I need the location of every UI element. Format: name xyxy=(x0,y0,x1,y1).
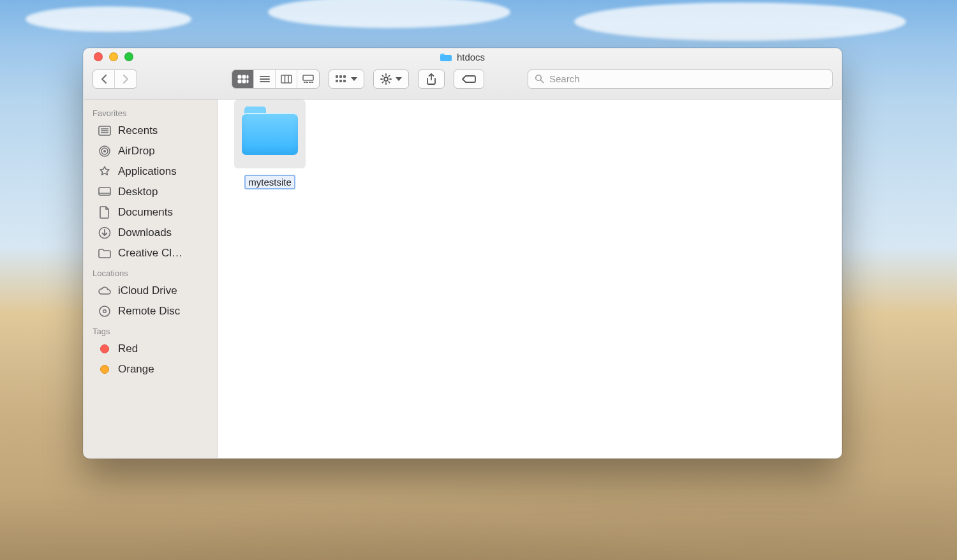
applications-icon xyxy=(98,165,112,179)
svg-point-38 xyxy=(103,150,106,152)
titlebar: htdocs xyxy=(84,48,842,99)
sidebar-item-remote-disc[interactable]: Remote Disc xyxy=(84,301,217,321)
file-item[interactable]: mytestsite xyxy=(234,99,306,189)
svg-line-31 xyxy=(382,82,383,82)
svg-rect-12 xyxy=(303,75,313,80)
svg-rect-41 xyxy=(99,188,110,195)
sidebar: Favorites Recents AirDrop Applications D… xyxy=(84,99,218,458)
folder-icon xyxy=(440,52,452,61)
desktop-icon xyxy=(98,185,112,199)
sidebar-item-label: Red xyxy=(118,343,138,355)
svg-rect-18 xyxy=(339,75,342,78)
sidebar-item-label: iCloud Drive xyxy=(118,284,177,297)
file-name-edit[interactable]: mytestsite xyxy=(244,175,295,189)
downloads-icon xyxy=(98,226,112,240)
svg-rect-20 xyxy=(336,80,338,82)
back-button[interactable] xyxy=(93,70,115,88)
list-view-button[interactable] xyxy=(254,70,276,88)
sidebar-item-label: Recents xyxy=(118,124,158,137)
file-area[interactable]: mytestsite xyxy=(218,99,842,458)
edit-tags-button[interactable] xyxy=(454,70,484,89)
search-field[interactable] xyxy=(528,70,833,89)
group-by-button[interactable] xyxy=(329,70,364,89)
section-header-favorites: Favorites xyxy=(84,103,217,121)
finder-window: htdocs xyxy=(83,48,842,459)
gallery-view-button[interactable] xyxy=(297,70,319,88)
svg-line-30 xyxy=(389,75,389,76)
svg-rect-21 xyxy=(339,80,342,82)
grid-icon xyxy=(336,75,347,84)
svg-rect-22 xyxy=(343,80,346,82)
svg-rect-14 xyxy=(306,82,308,83)
action-menu-button[interactable] xyxy=(373,70,409,89)
section-header-locations: Locations xyxy=(84,263,217,281)
share-icon xyxy=(426,73,436,85)
svg-rect-1 xyxy=(242,75,246,78)
svg-rect-4 xyxy=(242,80,246,83)
sidebar-item-creative-cloud[interactable]: Creative Cl… xyxy=(84,243,217,263)
sidebar-item-documents[interactable]: Documents xyxy=(84,202,217,223)
svg-rect-0 xyxy=(238,75,241,78)
sidebar-item-label: Remote Disc xyxy=(118,305,180,318)
window-controls xyxy=(84,52,133,61)
column-view-button[interactable] xyxy=(276,70,297,88)
sidebar-tag-orange[interactable]: Orange xyxy=(84,359,217,379)
documents-icon xyxy=(98,205,112,219)
sidebar-item-label: Desktop xyxy=(118,186,158,198)
sidebar-item-applications[interactable]: Applications xyxy=(84,161,217,182)
sidebar-item-recents[interactable]: Recents xyxy=(84,121,217,141)
tag-dot-red-icon xyxy=(98,342,112,356)
nav-back-forward xyxy=(93,70,137,89)
sidebar-item-icloud-drive[interactable]: iCloud Drive xyxy=(84,281,217,301)
svg-line-33 xyxy=(541,80,544,83)
section-header-tags: Tags xyxy=(84,321,217,339)
svg-rect-17 xyxy=(336,75,338,78)
folder-icon xyxy=(234,99,306,168)
svg-rect-9 xyxy=(281,75,292,83)
sidebar-item-label: Documents xyxy=(118,206,173,219)
svg-rect-13 xyxy=(304,82,306,83)
svg-rect-5 xyxy=(247,80,248,83)
folder-icon xyxy=(98,246,112,260)
sidebar-tag-red[interactable]: Red xyxy=(84,339,217,359)
close-window-button[interactable] xyxy=(94,52,103,61)
sidebar-item-label: Applications xyxy=(118,165,177,178)
svg-rect-16 xyxy=(311,82,313,83)
svg-line-29 xyxy=(389,82,389,82)
sidebar-item-label: Downloads xyxy=(118,226,172,239)
share-button[interactable] xyxy=(418,70,445,89)
sidebar-item-label: Orange xyxy=(118,363,154,376)
zoom-window-button[interactable] xyxy=(124,52,133,61)
forward-button[interactable] xyxy=(115,70,137,88)
svg-rect-19 xyxy=(343,75,346,78)
svg-rect-2 xyxy=(247,75,248,78)
svg-point-44 xyxy=(100,306,110,316)
view-switcher xyxy=(232,70,320,89)
minimize-window-button[interactable] xyxy=(109,52,118,61)
airdrop-icon xyxy=(98,144,112,158)
sidebar-item-label: Creative Cl… xyxy=(118,247,182,260)
chevron-down-icon xyxy=(396,77,402,81)
recents-icon xyxy=(98,124,112,138)
tag-icon xyxy=(462,75,476,84)
sidebar-item-label: AirDrop xyxy=(118,145,155,158)
svg-rect-3 xyxy=(238,80,241,83)
remote-disc-icon xyxy=(98,304,112,318)
svg-point-45 xyxy=(103,310,106,313)
chevron-down-icon xyxy=(351,77,357,81)
svg-rect-15 xyxy=(309,82,311,83)
sidebar-item-desktop[interactable]: Desktop xyxy=(84,182,217,202)
icon-view-button[interactable] xyxy=(232,70,254,88)
search-icon xyxy=(535,74,544,84)
tag-dot-orange-icon xyxy=(98,362,112,376)
icloud-icon xyxy=(98,284,112,298)
search-input[interactable] xyxy=(549,73,826,84)
window-title-text: htdocs xyxy=(457,52,485,63)
sidebar-item-airdrop[interactable]: AirDrop xyxy=(84,141,217,161)
gear-icon xyxy=(380,73,392,85)
svg-point-23 xyxy=(384,77,388,81)
sidebar-item-downloads[interactable]: Downloads xyxy=(84,223,217,243)
window-title: htdocs xyxy=(84,52,842,63)
svg-line-28 xyxy=(382,75,383,76)
